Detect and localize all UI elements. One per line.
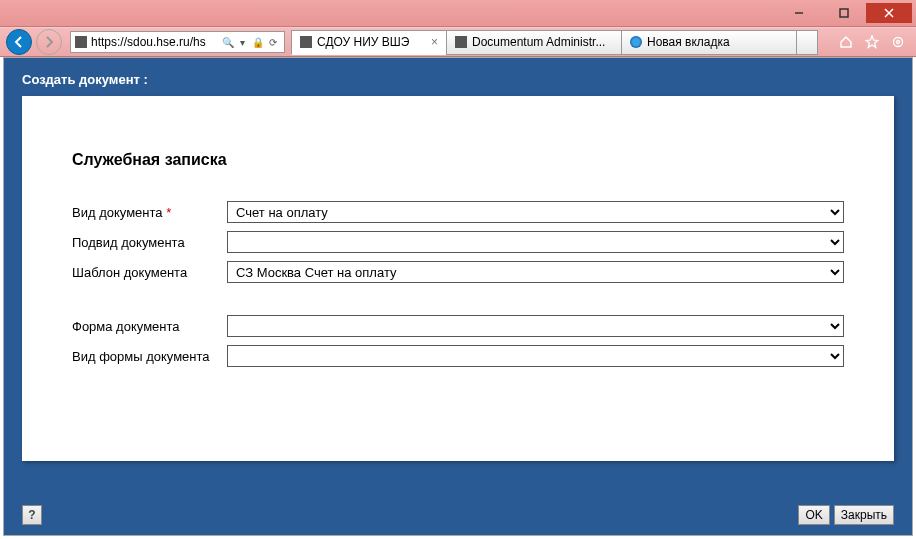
back-button[interactable] [6, 29, 32, 55]
tab-documentum[interactable]: Documentum Administr... [446, 30, 622, 55]
ie-icon [630, 36, 642, 48]
form-footer: ? OK Закрыть [22, 505, 894, 525]
tab-new[interactable]: Новая вкладка [621, 30, 797, 55]
select-doc-type[interactable]: Счет на оплату [227, 201, 844, 223]
new-tab-button[interactable] [796, 30, 818, 55]
tab-favicon [300, 36, 312, 48]
page-header: Создать документ : [4, 58, 912, 96]
svg-point-5 [897, 41, 900, 44]
select-doc-template[interactable]: СЗ Москва Счет на оплату [227, 261, 844, 283]
ok-button[interactable]: OK [798, 505, 829, 525]
select-doc-form[interactable] [227, 315, 844, 337]
home-icon[interactable] [838, 34, 854, 50]
svg-rect-1 [840, 9, 848, 17]
close-button[interactable]: Закрыть [834, 505, 894, 525]
tab-label: СДОУ НИУ ВШЭ [317, 35, 409, 49]
tab-strip: СДОУ НИУ ВШЭ × Documentum Administr... Н… [291, 30, 828, 55]
close-window-button[interactable] [866, 3, 912, 23]
tab-favicon [455, 36, 467, 48]
minimize-button[interactable] [776, 3, 821, 23]
form-title: Служебная записка [72, 151, 844, 169]
label-doc-template: Шаблон документа [72, 265, 227, 280]
dropdown-icon[interactable]: ▾ [235, 35, 250, 50]
browser-toolbar: https://sdou.hse.ru/hs 🔍 ▾ 🔒 ⟳ СДОУ НИУ … [0, 27, 916, 57]
help-button[interactable]: ? [22, 505, 42, 525]
close-tab-icon[interactable]: × [431, 35, 438, 49]
site-favicon [75, 36, 87, 48]
window-titlebar [0, 0, 916, 27]
tab-sdou[interactable]: СДОУ НИУ ВШЭ × [291, 30, 447, 55]
label-doc-type: Вид документа * [72, 205, 227, 220]
search-icon[interactable]: 🔍 [220, 35, 235, 50]
select-doc-subtype[interactable] [227, 231, 844, 253]
url-text: https://sdou.hse.ru/hs [91, 35, 220, 49]
tab-label: Новая вкладка [647, 35, 730, 49]
tab-label: Documentum Administr... [472, 35, 605, 49]
app-content: Создать документ : Служебная записка Вид… [3, 57, 913, 536]
maximize-button[interactable] [821, 3, 866, 23]
select-doc-form-type[interactable] [227, 345, 844, 367]
label-doc-form: Форма документа [72, 319, 227, 334]
svg-point-4 [894, 38, 903, 47]
forward-button[interactable] [36, 29, 62, 55]
refresh-icon[interactable]: ⟳ [265, 35, 280, 50]
lock-icon: 🔒 [250, 35, 265, 50]
label-doc-form-type: Вид формы документа [72, 349, 227, 364]
label-doc-subtype: Подвид документа [72, 235, 227, 250]
settings-gear-icon[interactable] [890, 34, 906, 50]
address-bar[interactable]: https://sdou.hse.ru/hs 🔍 ▾ 🔒 ⟳ [70, 31, 285, 53]
form-panel: Служебная записка Вид документа * Счет н… [22, 96, 894, 461]
favorites-icon[interactable] [864, 34, 880, 50]
